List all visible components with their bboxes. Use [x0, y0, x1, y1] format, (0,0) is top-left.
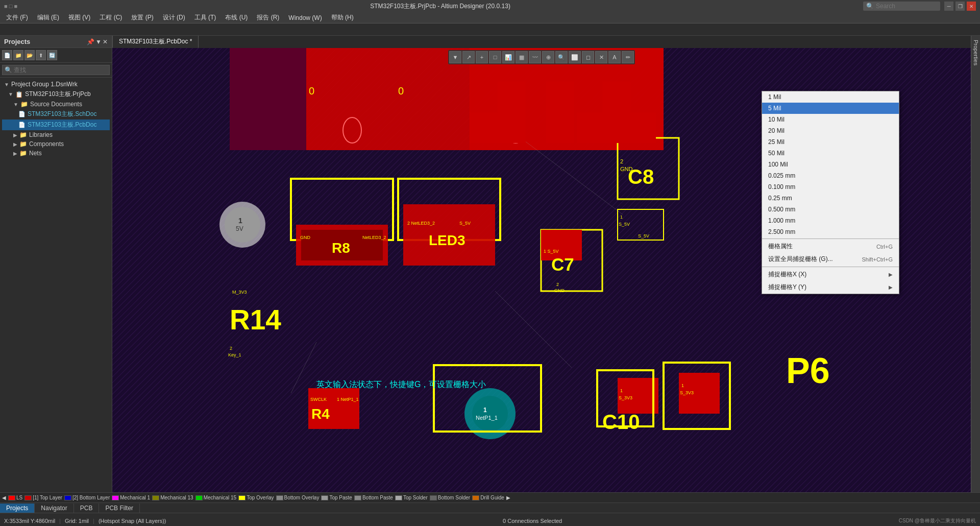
bottom-tab-projects[interactable]: Projects [0, 504, 35, 513]
context-menu-item-2500mm[interactable]: 2.500 mm [762, 226, 899, 237]
svg-text:1: 1 [620, 388, 623, 393]
context-menu-item-20mil[interactable]: 20 Mil [762, 125, 899, 136]
context-menu-item-1000mm[interactable]: 1.000 mm [762, 215, 899, 226]
layer-item-bottomoverlay[interactable]: Bottom Overlay [276, 495, 320, 500]
toolbar-route-button[interactable]: ↗ [462, 51, 475, 63]
toolbar-new-button[interactable]: 📄 [2, 50, 12, 60]
layer-item-mechanical1[interactable]: Mechanical 1 [112, 495, 150, 500]
toolbar-add-button[interactable]: + [476, 51, 488, 63]
toolbar-refresh-button[interactable]: 🔄 [47, 50, 57, 60]
toolbar-wire-button[interactable]: 〰 [529, 51, 541, 63]
layer-color-indicator [8, 495, 15, 500]
search-box [0, 63, 112, 78]
tree-item-nets[interactable]: ▶ 📁 Nets [2, 149, 110, 158]
menu-item-f[interactable]: 文件 (F) [2, 12, 32, 23]
menu-item-windoww[interactable]: Window (W) [284, 13, 326, 22]
tree-item-schematic[interactable]: 📄 STM32F103主板.SchDoc [2, 109, 110, 119]
menu-item-t[interactable]: 工具 (T) [190, 12, 220, 23]
menu-item-c[interactable]: 工程 (C) [95, 12, 126, 23]
properties-panel-tab[interactable]: Properties [972, 36, 980, 69]
toolbar-text-button[interactable]: A [608, 51, 621, 63]
toolbar-chart-button[interactable]: 📊 [502, 51, 514, 63]
search-area[interactable]: 🔍 [863, 2, 940, 11]
toolbar-filter-button[interactable]: ▼ [449, 51, 461, 63]
layer-scroll-left[interactable]: ◀ [2, 495, 6, 500]
toolbar-pencil-button[interactable]: ✏ [622, 51, 634, 63]
tree-project-expand-icon: ▼ [8, 91, 13, 97]
status-sep1: | [59, 518, 61, 524]
layer-item-topsolder[interactable]: Top Solder [395, 495, 428, 500]
context-menu-item-25mil[interactable]: 25 Mil [762, 136, 899, 148]
layer-item-drillguide[interactable]: Drill Guide [472, 495, 504, 500]
restore-button[interactable]: ❐ [955, 2, 965, 11]
layer-item-bottompaste[interactable]: Bottom Paste [354, 495, 393, 500]
layer-item-mechanical13[interactable]: Mechanical 13 [152, 495, 193, 500]
context-menu-item-0100mm[interactable]: 0.100 mm [762, 181, 899, 193]
context-menu-item-g[interactable]: 设置全局捕捉栅格 (G)...Shift+Ctrl+G [762, 253, 899, 266]
pcb-icon: 📄 [18, 122, 26, 128]
menu-item-v[interactable]: 视图 (V) [64, 12, 94, 23]
minimize-button[interactable]: ─ [944, 2, 953, 11]
svg-text:C10: C10 [602, 411, 640, 433]
bottom-tab-pcb-filter[interactable]: PCB Filter [99, 504, 140, 513]
context-menu-item-025mm[interactable]: 0.25 mm [762, 193, 899, 204]
menu-item-h[interactable]: 帮助 (H) [327, 12, 358, 23]
toolbar-select-button[interactable]: ▦ [516, 51, 528, 63]
bottom-tab-pcb[interactable]: PCB [74, 504, 100, 513]
menu-item-r[interactable]: 报告 (R) [253, 12, 283, 23]
panel-close-button[interactable]: ✕ [103, 38, 108, 45]
search-input[interactable] [876, 3, 937, 10]
context-menu-item-50mil[interactable]: 50 Mil [762, 148, 899, 159]
tree-item-pcb[interactable]: 📄 STM32F103主板.PcbDoc [2, 119, 110, 130]
tree-item-project[interactable]: ▼ 📋 STM32F103主板.PrjPcb [2, 89, 110, 100]
tree-item-libraries[interactable]: ▶ 📁 Libraries [2, 130, 110, 139]
panel-menu-button[interactable]: ▼ [95, 38, 102, 45]
toolbar-zoom-button[interactable]: 🔍 [555, 51, 568, 63]
context-menu-item-5mil[interactable]: 5 Mil [762, 103, 899, 114]
panel-pin-button[interactable]: 📌 [87, 38, 94, 45]
menu-item-d[interactable]: 设计 (D) [159, 12, 189, 23]
context-menu-item-yy[interactable]: 捕捉栅格Y (Y)▶ [762, 281, 899, 294]
pcb-area[interactable]: STM32F103主板.PcbDoc * ▼ ↗ + □ 📊 ▦ 〰 ⊕ 🔍 ⬜… [112, 36, 971, 492]
toolbar-folder-button[interactable]: 📂 [24, 50, 35, 60]
menu-item-u[interactable]: 布线 (U) [221, 12, 252, 23]
tree-item-group[interactable]: ▼ Project Group 1.DsnWrk [2, 80, 110, 89]
toolbar-comp-button[interactable]: ⊕ [542, 51, 554, 63]
project-search-input[interactable] [2, 65, 110, 75]
layer-scroll-right[interactable]: ▶ [506, 495, 510, 500]
layer-item-2bottomlayer[interactable]: [2] Bottom Layer [64, 495, 110, 500]
toolbar-open-button[interactable]: 📁 [13, 50, 23, 60]
context-menu-item-10mil[interactable]: 10 Mil [762, 114, 899, 125]
pcb-tab-bar: STM32F103主板.PcbDoc * [112, 36, 971, 48]
context-menu-item-0500mm[interactable]: 0.500 mm [762, 204, 899, 215]
layer-item-topoverlay[interactable]: Top Overlay [238, 495, 274, 500]
toolbar-up-button[interactable]: ⬆ [36, 50, 46, 60]
layer-item-bottomsolder[interactable]: Bottom Solder [430, 495, 470, 500]
layer-item-ls[interactable]: LS [8, 495, 22, 500]
toolbar-zoom-fit-button[interactable]: ◻ [582, 51, 594, 63]
panel-header: Projects 📌 ▼ ✕ [0, 36, 112, 48]
layer-item-1toplayer[interactable]: [1] Top Layer [24, 495, 62, 500]
context-menu-item-xx[interactable]: 捕捉栅格X (X)▶ [762, 268, 899, 281]
layer-name-label: Bottom Overlay [284, 495, 320, 500]
menu-item-p[interactable]: 放置 (P) [127, 12, 157, 23]
layer-item-toppaste[interactable]: Top Paste [321, 495, 352, 500]
menu-item-e[interactable]: 编辑 (E) [33, 12, 63, 23]
svg-rect-4 [230, 48, 306, 150]
toolbar-3d-button[interactable]: ⬜ [569, 51, 581, 63]
layer-item-mechanical15[interactable]: Mechanical 15 [195, 495, 236, 500]
bottom-tab-navigator[interactable]: Navigator [35, 504, 74, 513]
context-menu-item-0025mm[interactable]: 0.025 mm [762, 170, 899, 181]
tree-item-source-docs[interactable]: ▼ 📁 Source Documents [2, 100, 110, 109]
toolbar-rect-button[interactable]: □ [489, 51, 501, 63]
svg-text:C7: C7 [551, 254, 574, 274]
context-menu-item-[interactable]: 栅格属性Ctrl+G [762, 240, 899, 253]
toolbar-clear-button[interactable]: ✕ [595, 51, 607, 63]
pcb-doc-tab[interactable]: STM32F103主板.PcbDoc * [112, 36, 199, 48]
layer-color-indicator [238, 495, 246, 500]
tree-item-components[interactable]: ▶ 📁 Components [2, 139, 110, 149]
close-button[interactable]: ✕ [967, 2, 976, 11]
context-menu-item-1mil[interactable]: 1 Mil [762, 91, 899, 103]
pcb-toolbar: ▼ ↗ + □ 📊 ▦ 〰 ⊕ 🔍 ⬜ ◻ ✕ A ✏ [448, 50, 635, 64]
context-menu-item-100mil[interactable]: 100 Mil [762, 159, 899, 170]
